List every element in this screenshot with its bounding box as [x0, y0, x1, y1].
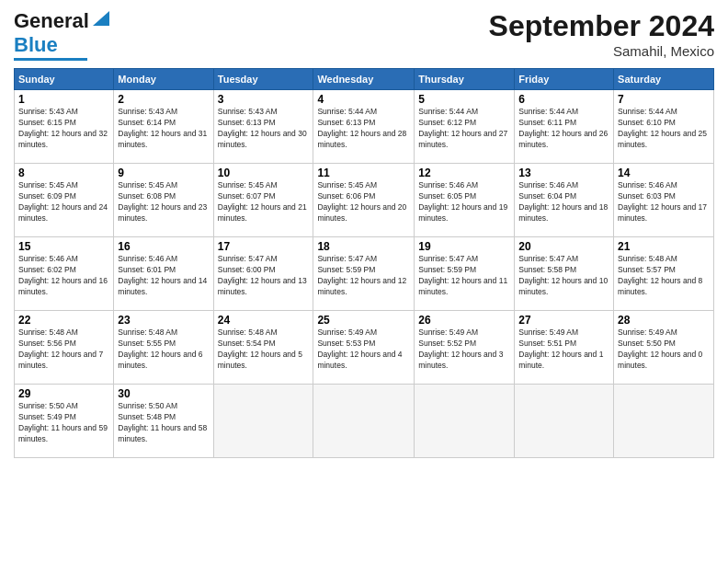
col-sunday: Sunday: [15, 69, 114, 90]
calendar-cell: 9Sunrise: 5:45 AMSunset: 6:08 PMDaylight…: [114, 164, 213, 237]
day-number: 29: [18, 387, 109, 400]
day-info: Sunrise: 5:49 AMSunset: 5:50 PMDaylight:…: [618, 327, 710, 372]
day-info: Sunrise: 5:44 AMSunset: 6:11 PMDaylight:…: [518, 107, 609, 151]
day-number: 10: [218, 167, 310, 179]
day-number: 17: [218, 240, 310, 253]
logo-general: General: [14, 9, 89, 33]
day-number: 18: [317, 240, 410, 253]
day-number: 24: [218, 314, 310, 327]
calendar-cell: 24Sunrise: 5:48 AMSunset: 5:54 PMDayligh…: [213, 311, 313, 385]
calendar-cell: [415, 385, 515, 458]
day-info: Sunrise: 5:46 AMSunset: 6:05 PMDaylight:…: [418, 180, 510, 224]
day-info: Sunrise: 5:44 AMSunset: 6:13 PMDaylight:…: [317, 107, 410, 151]
calendar-week-row: 29Sunrise: 5:50 AMSunset: 5:49 PMDayligh…: [15, 385, 714, 458]
day-info: Sunrise: 5:49 AMSunset: 5:53 PMDaylight:…: [317, 327, 410, 372]
day-info: Sunrise: 5:50 AMSunset: 5:48 PMDaylight:…: [118, 401, 209, 445]
logo-arrow-icon: [91, 9, 111, 29]
day-number: 28: [618, 314, 710, 327]
day-number: 20: [518, 240, 609, 253]
day-info: Sunrise: 5:46 AMSunset: 6:04 PMDaylight:…: [518, 180, 609, 224]
day-number: 15: [18, 240, 109, 253]
calendar-cell: [313, 385, 415, 458]
day-info: Sunrise: 5:45 AMSunset: 6:09 PMDaylight:…: [18, 180, 109, 224]
day-info: Sunrise: 5:49 AMSunset: 5:52 PMDaylight:…: [418, 327, 510, 372]
calendar-cell: 25Sunrise: 5:49 AMSunset: 5:53 PMDayligh…: [313, 311, 415, 385]
day-number: 4: [317, 93, 410, 106]
day-number: 16: [118, 240, 209, 253]
day-info: Sunrise: 5:49 AMSunset: 5:51 PMDaylight:…: [518, 327, 609, 372]
day-number: 25: [317, 314, 410, 327]
day-info: Sunrise: 5:47 AMSunset: 5:58 PMDaylight:…: [518, 254, 609, 298]
col-friday: Friday: [515, 69, 614, 90]
day-number: 21: [618, 240, 710, 253]
day-number: 19: [418, 240, 510, 253]
col-wednesday: Wednesday: [313, 69, 415, 90]
calendar-cell: 1Sunrise: 5:43 AMSunset: 6:15 PMDaylight…: [15, 90, 114, 164]
calendar-cell: [515, 385, 614, 458]
calendar-cell: 4Sunrise: 5:44 AMSunset: 6:13 PMDaylight…: [313, 90, 415, 164]
day-number: 26: [418, 314, 510, 327]
svg-marker-0: [93, 11, 109, 26]
month-title: September 2024: [489, 9, 714, 43]
calendar-cell: 15Sunrise: 5:46 AMSunset: 6:02 PMDayligh…: [15, 237, 114, 311]
calendar-cell: 20Sunrise: 5:47 AMSunset: 5:58 PMDayligh…: [515, 237, 614, 311]
calendar-cell: 18Sunrise: 5:47 AMSunset: 5:59 PMDayligh…: [313, 237, 415, 311]
calendar-cell: 27Sunrise: 5:49 AMSunset: 5:51 PMDayligh…: [515, 311, 614, 385]
day-info: Sunrise: 5:43 AMSunset: 6:15 PMDaylight:…: [18, 107, 109, 151]
day-number: 23: [118, 314, 209, 327]
calendar-cell: 11Sunrise: 5:45 AMSunset: 6:06 PMDayligh…: [313, 164, 415, 237]
day-info: Sunrise: 5:44 AMSunset: 6:12 PMDaylight:…: [418, 107, 510, 151]
day-number: 1: [18, 93, 109, 106]
day-number: 22: [18, 314, 109, 327]
calendar-cell: 5Sunrise: 5:44 AMSunset: 6:12 PMDaylight…: [415, 90, 515, 164]
calendar-cell: [614, 385, 714, 458]
day-number: 7: [618, 93, 710, 106]
calendar-cell: 6Sunrise: 5:44 AMSunset: 6:11 PMDaylight…: [515, 90, 614, 164]
col-monday: Monday: [114, 69, 213, 90]
calendar-cell: 30Sunrise: 5:50 AMSunset: 5:48 PMDayligh…: [114, 385, 213, 458]
day-info: Sunrise: 5:43 AMSunset: 6:14 PMDaylight:…: [118, 107, 209, 151]
day-info: Sunrise: 5:47 AMSunset: 5:59 PMDaylight:…: [418, 254, 510, 298]
calendar-cell: [213, 385, 313, 458]
header-row: Sunday Monday Tuesday Wednesday Thursday…: [15, 69, 714, 90]
day-number: 2: [118, 93, 209, 106]
calendar-week-row: 1Sunrise: 5:43 AMSunset: 6:15 PMDaylight…: [15, 90, 714, 164]
day-info: Sunrise: 5:48 AMSunset: 5:54 PMDaylight:…: [218, 327, 310, 372]
calendar-cell: 8Sunrise: 5:45 AMSunset: 6:09 PMDaylight…: [15, 164, 114, 237]
calendar-cell: 14Sunrise: 5:46 AMSunset: 6:03 PMDayligh…: [614, 164, 714, 237]
col-thursday: Thursday: [415, 69, 515, 90]
logo-blue: Blue: [14, 33, 58, 57]
day-info: Sunrise: 5:47 AMSunset: 5:59 PMDaylight:…: [317, 254, 410, 298]
calendar-cell: 26Sunrise: 5:49 AMSunset: 5:52 PMDayligh…: [415, 311, 515, 385]
day-number: 13: [518, 167, 609, 179]
day-info: Sunrise: 5:48 AMSunset: 5:57 PMDaylight:…: [618, 254, 710, 298]
calendar-table: Sunday Monday Tuesday Wednesday Thursday…: [14, 68, 714, 458]
day-info: Sunrise: 5:47 AMSunset: 6:00 PMDaylight:…: [218, 254, 310, 298]
calendar-week-row: 15Sunrise: 5:46 AMSunset: 6:02 PMDayligh…: [15, 237, 714, 311]
day-number: 8: [18, 167, 109, 179]
header: General Blue September 2024 Samahil, Mex…: [14, 9, 714, 61]
calendar-cell: 3Sunrise: 5:43 AMSunset: 6:13 PMDaylight…: [213, 90, 313, 164]
location: Samahil, Mexico: [489, 43, 714, 59]
logo: General Blue: [14, 9, 111, 61]
day-info: Sunrise: 5:45 AMSunset: 6:07 PMDaylight:…: [218, 180, 310, 224]
day-number: 5: [418, 93, 510, 106]
calendar-cell: 13Sunrise: 5:46 AMSunset: 6:04 PMDayligh…: [515, 164, 614, 237]
calendar-week-row: 22Sunrise: 5:48 AMSunset: 5:56 PMDayligh…: [15, 311, 714, 385]
day-info: Sunrise: 5:46 AMSunset: 6:01 PMDaylight:…: [118, 254, 209, 298]
calendar-cell: 19Sunrise: 5:47 AMSunset: 5:59 PMDayligh…: [415, 237, 515, 311]
title-area: September 2024 Samahil, Mexico: [489, 9, 714, 59]
calendar-cell: 22Sunrise: 5:48 AMSunset: 5:56 PMDayligh…: [15, 311, 114, 385]
col-saturday: Saturday: [614, 69, 714, 90]
day-info: Sunrise: 5:45 AMSunset: 6:08 PMDaylight:…: [118, 180, 209, 224]
calendar-cell: 10Sunrise: 5:45 AMSunset: 6:07 PMDayligh…: [213, 164, 313, 237]
calendar-cell: 23Sunrise: 5:48 AMSunset: 5:55 PMDayligh…: [114, 311, 213, 385]
calendar-week-row: 8Sunrise: 5:45 AMSunset: 6:09 PMDaylight…: [15, 164, 714, 237]
calendar-cell: 17Sunrise: 5:47 AMSunset: 6:00 PMDayligh…: [213, 237, 313, 311]
calendar-cell: 16Sunrise: 5:46 AMSunset: 6:01 PMDayligh…: [114, 237, 213, 311]
day-number: 9: [118, 167, 209, 179]
day-info: Sunrise: 5:45 AMSunset: 6:06 PMDaylight:…: [317, 180, 410, 224]
day-number: 14: [618, 167, 710, 179]
day-info: Sunrise: 5:46 AMSunset: 6:03 PMDaylight:…: [618, 180, 710, 224]
logo-underline: [14, 58, 87, 61]
